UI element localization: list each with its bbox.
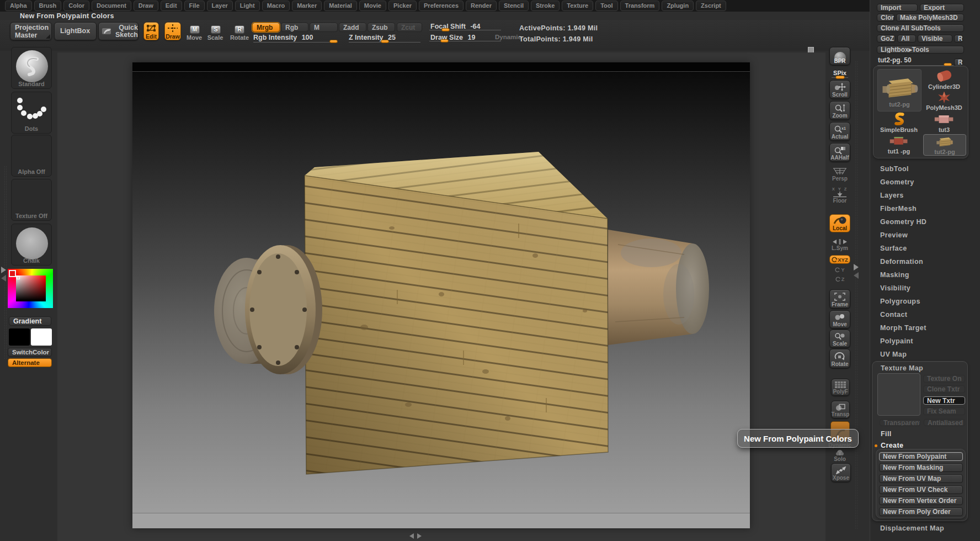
new-from-uv-check-button[interactable]: New From UV Check [879, 485, 963, 494]
section-layers[interactable]: Layers [880, 192, 904, 199]
shelf-scale-button[interactable]: Scale [829, 330, 850, 348]
transparent-button[interactable]: Transparent [880, 419, 920, 426]
mrgb-button[interactable]: Mrgb [252, 23, 280, 32]
section-uv-map[interactable]: UV Map [880, 351, 907, 358]
section-subtool[interactable]: SubTool [880, 165, 909, 173]
focal-shift-knob[interactable] [441, 28, 450, 31]
lsym-button[interactable]: L.Sym [829, 237, 850, 252]
menu-item-draw[interactable]: Draw [134, 1, 158, 11]
texture-map-create[interactable]: Create [881, 442, 903, 449]
canvas-area[interactable] [57, 52, 825, 541]
menu-item-edit[interactable]: Edit [161, 1, 182, 11]
section-polypaint[interactable]: Polypaint [880, 337, 913, 345]
panel-collapse-handle-right[interactable] [854, 264, 859, 270]
clone-button[interactable]: Clone [877, 14, 894, 22]
shelf-rotate-button[interactable]: Rotate [829, 349, 850, 368]
rgb-intensity-slider[interactable]: Rgb Intensity 100 [253, 34, 313, 41]
floor-axes-toggles[interactable]: X Y Z [832, 187, 848, 192]
doc-nav-right-icon[interactable] [417, 533, 422, 539]
m-button[interactable]: M [310, 23, 338, 32]
tool-thumb-tut2-pg-selected[interactable]: tut2-pg [923, 134, 966, 156]
menu-item-layer[interactable]: Layer [207, 1, 233, 11]
new-from-poly-order-button[interactable]: New From Poly Order [879, 507, 963, 516]
bpr-button[interactable]: BPR [829, 47, 850, 65]
new-txtr-button[interactable]: New Txtr [923, 396, 965, 405]
section-visibility[interactable]: Visibility [880, 284, 910, 292]
transp-button[interactable]: Transp [831, 401, 850, 418]
menu-item-movie[interactable]: Movie [359, 1, 386, 11]
menu-item-macro[interactable]: Macro [262, 1, 290, 11]
menu-item-color[interactable]: Color [63, 1, 89, 11]
rgb-intensity-knob[interactable] [329, 40, 338, 43]
document-canvas[interactable] [132, 62, 750, 528]
draw-button[interactable]: Draw [164, 22, 181, 40]
menu-item-zscript[interactable]: Zscript [696, 1, 726, 11]
new-from-polypaint-button[interactable]: New From Polypaint [879, 452, 963, 461]
tool-thumb-current[interactable]: tut2-pg [877, 69, 922, 112]
floor-button[interactable]: X Y Z Floor [829, 184, 850, 204]
spix-knob[interactable] [835, 76, 845, 79]
persp-button[interactable]: Persp [829, 165, 850, 182]
texture-map-fill[interactable]: Fill [881, 430, 892, 438]
tool-thumb-polymesh3d[interactable]: PolyMesh3D [923, 91, 965, 111]
make-polymesh3d-button[interactable]: Make PolyMesh3D [896, 14, 964, 22]
main-color-swatch[interactable] [9, 328, 30, 346]
focal-shift-slider[interactable]: Focal Shift -64 [430, 23, 480, 30]
switch-color-button[interactable]: SwitchColor [8, 348, 52, 357]
alternate-button[interactable]: Alternate [8, 358, 52, 367]
tray-collapse-handle-left[interactable] [1, 275, 6, 282]
menu-item-transform[interactable]: Transform [620, 1, 660, 11]
section-preview[interactable]: Preview [880, 231, 908, 239]
draw-size-slider[interactable]: Draw Size 19 [430, 34, 475, 41]
frame-button[interactable]: Frame [829, 289, 850, 309]
section-morph-target[interactable]: Morph Target [880, 324, 926, 332]
material-thumbnail-chalk[interactable]: Chalk [11, 224, 52, 266]
menu-item-material[interactable]: Material [324, 1, 357, 11]
texture-thumbnail-off[interactable]: Texture Off [11, 179, 52, 221]
rgb-intensity-track[interactable] [253, 42, 338, 43]
spix-slider[interactable]: SPix [829, 67, 850, 78]
clone-txtr-button[interactable]: Clone Txtr [923, 385, 965, 393]
menu-item-zplugin[interactable]: Zplugin [662, 1, 694, 11]
menu-item-preferences[interactable]: Preferences [419, 1, 464, 11]
shelf-move-button[interactable]: Move [829, 310, 850, 328]
tool-thumb-simplebrush[interactable]: SimpleBrush [877, 112, 920, 133]
draw-size-knob[interactable] [440, 39, 449, 43]
alpha-thumbnail-off[interactable]: Alpha Off [11, 135, 52, 177]
color-picker-sv-square[interactable] [16, 275, 46, 301]
secondary-color-swatch[interactable] [31, 328, 52, 346]
lightbox-tools-button[interactable]: Lightbox▸Tools [877, 46, 964, 54]
menu-item-stencil[interactable]: Stencil [499, 1, 529, 11]
lightbox-button[interactable]: LightBox [54, 22, 97, 40]
import-button[interactable]: Import [877, 4, 918, 12]
new-from-vertex-order-button[interactable]: New From Vertex Order [879, 496, 963, 505]
zoom-button[interactable]: Zoom [829, 101, 850, 120]
section-polygroups[interactable]: Polygroups [880, 298, 920, 305]
projection-master-button[interactable]: Projection Master [10, 22, 52, 40]
menu-item-picker[interactable]: Picker [388, 1, 417, 11]
export-button[interactable]: Export [920, 4, 964, 12]
texture-map-thumbnail[interactable] [877, 373, 920, 416]
section-geometry[interactable]: Geometry [880, 178, 914, 186]
menu-item-brush[interactable]: Brush [34, 1, 62, 11]
tool-r-button[interactable]: R [954, 59, 963, 66]
actual-button[interactable]: x1 Actual [829, 122, 850, 141]
gradient-button[interactable]: Gradient [9, 316, 51, 326]
tool-thumb-cylinder3d[interactable]: Cylinder3D [923, 69, 965, 90]
tray-collapse-handle-right[interactable] [1, 267, 6, 273]
panel-collapse-handle-left[interactable] [854, 272, 859, 279]
section-surface[interactable]: Surface [880, 245, 907, 252]
focal-shift-track[interactable] [429, 30, 501, 30]
rotate-xyz-button[interactable]: XYZ [829, 255, 850, 264]
section-texture-map[interactable]: Texture Map [881, 364, 923, 372]
tool-thumb-tut3[interactable]: tut3 [923, 112, 965, 133]
zadd-button[interactable]: Zadd [339, 23, 366, 32]
menu-item-render[interactable]: Render [466, 1, 497, 11]
goz-visible-button[interactable]: Visible [918, 35, 952, 43]
scroll-button[interactable]: Scroll [829, 80, 850, 99]
menu-item-stroke[interactable]: Stroke [531, 1, 560, 11]
menu-item-texture[interactable]: Texture [562, 1, 593, 11]
solo-button[interactable]: Solo [829, 449, 850, 463]
stroke-thumbnail-dots[interactable]: Dots [11, 92, 52, 134]
goz-all-button[interactable]: All [897, 35, 916, 43]
